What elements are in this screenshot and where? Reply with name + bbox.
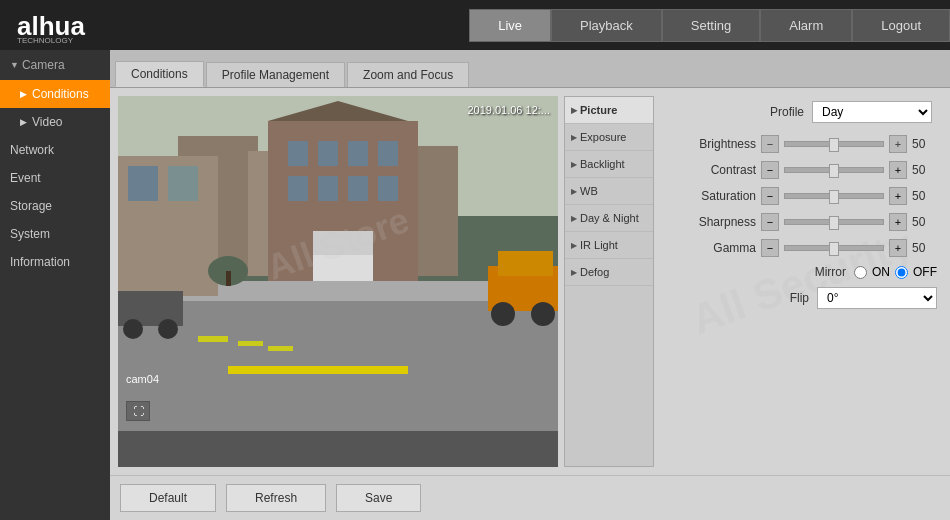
svg-rect-12	[288, 176, 308, 201]
street-scene-svg	[118, 96, 558, 391]
saturation-value: 50	[912, 189, 937, 203]
brightness-value: 50	[912, 137, 937, 151]
chevron-icon-defog: ▶	[571, 268, 577, 277]
svg-rect-18	[313, 239, 373, 247]
brightness-minus[interactable]: −	[761, 135, 779, 153]
svg-point-35	[123, 319, 143, 339]
sharpness-value: 50	[912, 215, 937, 229]
video-controls-bar: ⛶	[118, 391, 558, 431]
menu-item-backlight[interactable]: ▶ Backlight	[565, 151, 653, 178]
menu-item-picture[interactable]: ▶ Picture	[565, 97, 653, 124]
gamma-row: Gamma − + 50	[677, 239, 937, 257]
tab-profile-management[interactable]: Profile Management	[206, 62, 345, 87]
sidebar-item-network[interactable]: Network	[0, 136, 110, 164]
nav-tab-live[interactable]: Live	[469, 9, 551, 42]
svg-rect-13	[318, 176, 338, 201]
tab-conditions[interactable]: Conditions	[115, 61, 204, 87]
saturation-plus[interactable]: +	[889, 187, 907, 205]
gamma-slider[interactable]	[784, 245, 884, 251]
flip-select[interactable]: 0° 90° 180° 270°	[817, 287, 937, 309]
svg-rect-11	[378, 141, 398, 166]
chevron-icon-backlight: ▶	[571, 160, 577, 169]
menu-item-defog[interactable]: ▶ Defog	[565, 259, 653, 286]
video-timestamp: 2019.01.06 12:...	[467, 104, 550, 116]
contrast-plus[interactable]: +	[889, 161, 907, 179]
saturation-minus[interactable]: −	[761, 187, 779, 205]
picture-menu: ▶ Picture ▶ Exposure ▶ Backlight ▶ WB	[564, 96, 654, 467]
gamma-value: 50	[912, 241, 937, 255]
flip-row: Flip 0° 90° 180° 270°	[677, 287, 937, 309]
sidebar-item-event[interactable]: Event	[0, 164, 110, 192]
sharpness-label: Sharpness	[686, 215, 756, 229]
save-button[interactable]: Save	[336, 484, 421, 512]
contrast-row: Contrast − + 50	[677, 161, 937, 179]
sharpness-slider[interactable]	[784, 219, 884, 225]
profile-row: Profile Day Night Normal	[677, 101, 937, 123]
chevron-icon-exposure: ▶	[571, 133, 577, 142]
saturation-label: Saturation	[686, 189, 756, 203]
sidebar-item-system[interactable]: System	[0, 220, 110, 248]
svg-rect-9	[318, 141, 338, 166]
sidebar-item-storage[interactable]: Storage	[0, 192, 110, 220]
profile-select[interactable]: Day Night Normal	[812, 101, 932, 123]
svg-rect-31	[498, 251, 553, 276]
content-body: All Store 2019.01.06 12:... cam04 ⛶ ▶ Pi…	[110, 88, 950, 475]
nav-tab-setting[interactable]: Setting	[662, 9, 760, 42]
nav-tab-playback[interactable]: Playback	[551, 9, 662, 42]
mirror-label: Mirror	[776, 265, 846, 279]
logo: alhua TECHNOLOGY	[0, 7, 130, 43]
sidebar-item-conditions[interactable]: ▶ Conditions	[0, 80, 110, 108]
mirror-off-label: OFF	[913, 265, 937, 279]
flip-label: Flip	[739, 291, 809, 305]
default-button[interactable]: Default	[120, 484, 216, 512]
contrast-label: Contrast	[686, 163, 756, 177]
nav-tab-logout[interactable]: Logout	[852, 9, 950, 42]
sharpness-row: Sharpness − + 50	[677, 213, 937, 231]
content-area: Conditions Profile Management Zoom and F…	[110, 50, 950, 520]
gamma-plus[interactable]: +	[889, 239, 907, 257]
chevron-icon-ir-light: ▶	[571, 241, 577, 250]
sharpness-minus[interactable]: −	[761, 213, 779, 231]
brightness-label: Brightness	[686, 137, 756, 151]
mirror-on-label: ON	[872, 265, 890, 279]
gamma-label: Gamma	[686, 241, 756, 255]
menu-item-day-night[interactable]: ▶ Day & Night	[565, 205, 653, 232]
svg-rect-23	[238, 341, 263, 346]
fullscreen-button[interactable]: ⛶	[126, 401, 150, 421]
menu-item-wb[interactable]: ▶ WB	[565, 178, 653, 205]
svg-rect-22	[198, 336, 228, 342]
settings-panel: All Security Profile Day Night Normal Br…	[662, 96, 942, 467]
brightness-slider[interactable]	[784, 141, 884, 147]
mirror-radio-group: ON OFF	[854, 265, 937, 279]
svg-point-32	[491, 302, 515, 326]
nav-tab-alarm[interactable]: Alarm	[760, 9, 852, 42]
svg-rect-19	[313, 247, 373, 255]
tab-zoom-and-focus[interactable]: Zoom and Focus	[347, 62, 469, 87]
brightness-plus[interactable]: +	[889, 135, 907, 153]
header: alhua TECHNOLOGY Live Playback Setting A…	[0, 0, 950, 50]
svg-rect-27	[168, 166, 198, 201]
menu-item-exposure[interactable]: ▶ Exposure	[565, 124, 653, 151]
sidebar-item-information[interactable]: Information	[0, 248, 110, 276]
svg-rect-8	[288, 141, 308, 166]
contrast-slider[interactable]	[784, 167, 884, 173]
menu-item-ir-light[interactable]: ▶ IR Light	[565, 232, 653, 259]
brightness-row: Brightness − + 50	[677, 135, 937, 153]
svg-rect-10	[348, 141, 368, 166]
svg-text:TECHNOLOGY: TECHNOLOGY	[17, 36, 74, 43]
sidebar-section-camera: ▼ Camera	[0, 50, 110, 80]
refresh-button[interactable]: Refresh	[226, 484, 326, 512]
chevron-icon-wb: ▶	[571, 187, 577, 196]
profile-label: Profile	[770, 105, 804, 119]
chevron-icon-picture: ▶	[571, 106, 577, 115]
sharpness-plus[interactable]: +	[889, 213, 907, 231]
gamma-minus[interactable]: −	[761, 239, 779, 257]
action-buttons-bar: Default Refresh Save	[110, 475, 950, 520]
saturation-slider[interactable]	[784, 193, 884, 199]
mirror-off-radio[interactable]	[895, 266, 908, 279]
video-cam-label: cam04	[126, 373, 159, 385]
logo-icon: alhua TECHNOLOGY	[15, 7, 115, 43]
contrast-minus[interactable]: −	[761, 161, 779, 179]
sidebar-item-video[interactable]: ▶ Video	[0, 108, 110, 136]
mirror-on-radio[interactable]	[854, 266, 867, 279]
